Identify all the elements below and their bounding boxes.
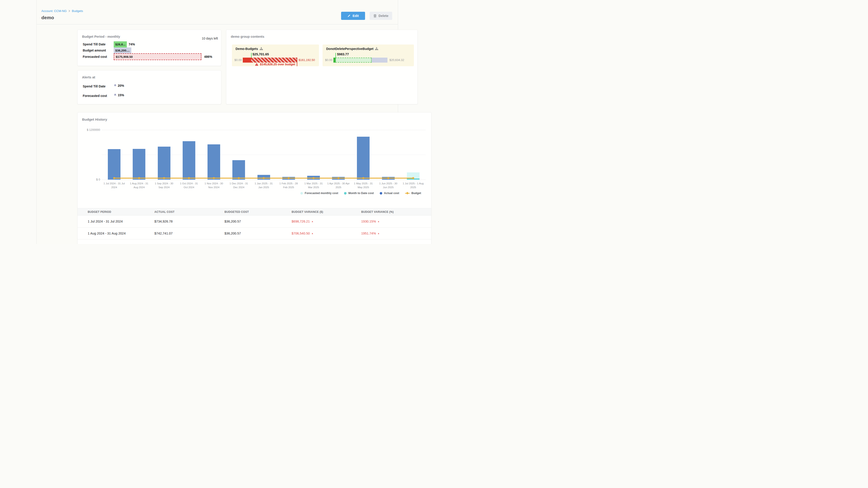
breadcrumb-budgets-link[interactable]: Budgets bbox=[72, 9, 83, 13]
cell-variance-pct: 1930.15%▲ bbox=[351, 220, 431, 223]
bar-actual-cost[interactable] bbox=[108, 149, 121, 180]
breadcrumb-account-link[interactable]: Account: CCM-NG bbox=[41, 9, 67, 13]
x-axis-label: 1 Apr 2025 - 30 Apr 2025 bbox=[327, 182, 350, 190]
spend-till-date-bar: $26,6... bbox=[114, 41, 127, 47]
content-panel: Account: CCM-NG Budgets demo Edit Delete… bbox=[36, 0, 398, 244]
legend-item-forecasted-monthly-cost[interactable]: Forecasted monthly cost bbox=[301, 192, 338, 195]
breadcrumb: Account: CCM-NG Budgets bbox=[41, 9, 83, 13]
delete-button-label: Delete bbox=[379, 14, 389, 18]
budget-card-demo-budgets[interactable]: Demo-Budgets $25,701.65 $0.00 $161,192.5… bbox=[232, 44, 319, 66]
bar-actual-cost[interactable] bbox=[208, 144, 220, 180]
budget-line-series bbox=[78, 112, 431, 185]
x-axis-label: 1 Jun 2025 - 30 Jun 2025 bbox=[377, 182, 400, 190]
spend-till-date-pct: 74% bbox=[129, 41, 135, 47]
hierarchy-icon bbox=[375, 47, 378, 51]
cell-variance-pct: 1951.74%▲ bbox=[351, 232, 431, 235]
up-triangle-icon: ▲ bbox=[311, 232, 313, 234]
budget-card-donotdelete[interactable]: DonotDeletePerspectiveBudget $983.77 $0.… bbox=[322, 44, 414, 66]
bar-month-to-date-cost[interactable] bbox=[407, 178, 420, 180]
bar-actual-cost[interactable] bbox=[257, 175, 270, 180]
forecasted-cost-bar: $175,908.50 bbox=[114, 53, 202, 60]
legend-label: Budget bbox=[411, 192, 421, 195]
forecasted-cost-label: Forecasted cost bbox=[83, 54, 107, 60]
budget-name: DonotDeletePerspectiveBudget bbox=[326, 47, 378, 51]
group-contents-card: demo group contents Demo-Budgets $25,701… bbox=[226, 30, 418, 104]
legend-item-month-to-date-cost[interactable]: Month to Date cost bbox=[344, 192, 374, 195]
delete-button[interactable]: Delete bbox=[370, 12, 392, 20]
bar-max-label: $161,192.50 bbox=[299, 58, 315, 63]
bar-actual-cost[interactable] bbox=[133, 149, 145, 180]
bar-max-label: $20,634.32 bbox=[390, 58, 404, 63]
cell-actual: $742,741.07 bbox=[144, 232, 214, 235]
x-axis-label: 1 Dec 2024 - 31 Dec 2024 bbox=[227, 182, 250, 190]
budget-history-title: Budget History bbox=[82, 118, 107, 122]
x-axis-label: 1 Mar 2025 - 31 Mar 2025 bbox=[302, 182, 325, 190]
bar-min-label: $0.00 bbox=[235, 58, 242, 63]
budget-name: Demo-Budgets bbox=[236, 47, 263, 51]
x-axis-label: 1 Aug 2024 - 31 Aug 2024 bbox=[128, 182, 150, 190]
x-axis-label: 1 May 2025 - 31 May 2025 bbox=[352, 182, 375, 190]
bell-icon bbox=[114, 94, 117, 97]
x-axis-label: 1 Feb 2025 - 28 Feb 2025 bbox=[277, 182, 300, 190]
bar-min-label: $0.00 bbox=[325, 58, 333, 63]
alert-spend-pct: 20% bbox=[118, 84, 124, 88]
up-triangle-icon: ▲ bbox=[377, 220, 379, 223]
table-row[interactable]: 1 Aug 2024 - 31 Aug 2024 $742,741.07 $36… bbox=[78, 228, 431, 239]
bar-actual-cost[interactable] bbox=[382, 177, 395, 180]
bar-actual-cost[interactable] bbox=[158, 147, 170, 180]
bell-icon bbox=[114, 84, 117, 87]
legend-label: Actual cost bbox=[384, 192, 399, 195]
alert-forecast-pct: 15% bbox=[118, 93, 124, 97]
legend-item-budget[interactable]: Budget bbox=[405, 192, 421, 195]
over-budget-row: $145,626.25 over budget bbox=[255, 63, 295, 66]
legend-dot-marker bbox=[301, 192, 303, 195]
bar-actual-cost[interactable] bbox=[282, 177, 295, 180]
x-axis-line bbox=[102, 180, 426, 180]
remaining-segment bbox=[372, 58, 388, 63]
x-axis-label: 1 Nov 2024 - 30 Nov 2024 bbox=[203, 182, 225, 190]
legend-label: Month to Date cost bbox=[348, 192, 374, 195]
page-header: Account: CCM-NG Budgets demo Edit Delete bbox=[37, 0, 398, 24]
budget-history-card: Budget History $ 1200000 $ 0 1 Jul 2024 … bbox=[77, 112, 432, 244]
over-budget-label: $145,626.25 over budget bbox=[260, 63, 295, 66]
table-row[interactable]: 1 Jul 2024 - 31 Jul 2024 $734,926.78 $36… bbox=[78, 216, 431, 228]
warning-icon bbox=[255, 63, 258, 66]
spent-segment bbox=[243, 58, 251, 63]
bar-actual-cost[interactable] bbox=[332, 177, 345, 180]
x-axis-label: 1 Oct 2024 - 31 Oct 2024 bbox=[178, 182, 200, 190]
legend-line-marker bbox=[405, 193, 410, 194]
x-axis-label: 1 Sep 2024 - 30 Sep 2024 bbox=[153, 182, 176, 190]
legend-dot-marker bbox=[380, 192, 382, 195]
chevron-right-icon bbox=[68, 10, 70, 12]
trash-icon bbox=[373, 14, 377, 18]
col-variance-pct: BUDGET VARIANCE (%) bbox=[351, 210, 431, 214]
table-header-row: BUDGET PERIOD ACTUAL COST BUDGETED COST … bbox=[78, 208, 431, 216]
budget-name-label: Demo-Budgets bbox=[236, 47, 258, 51]
spend-till-date-label: Spend Till Date bbox=[83, 41, 105, 47]
edit-button[interactable]: Edit bbox=[341, 12, 365, 20]
alerts-title: Alerts at bbox=[82, 75, 95, 79]
budget-limit-line bbox=[297, 58, 297, 66]
legend-item-actual-cost[interactable]: Actual cost bbox=[380, 192, 399, 195]
bar-actual-cost[interactable] bbox=[357, 137, 370, 180]
cell-actual: $734,926.78 bbox=[144, 220, 214, 223]
budget-spend-value: $983.77 bbox=[337, 53, 349, 56]
up-triangle-icon: ▲ bbox=[377, 232, 379, 234]
hierarchy-icon bbox=[260, 47, 263, 51]
budget-history-table: BUDGET PERIOD ACTUAL COST BUDGETED COST … bbox=[78, 208, 431, 239]
alert-spend-label: Spend Till Date bbox=[83, 85, 105, 88]
y-axis-zero-label: $ 0 bbox=[79, 178, 100, 181]
bar-actual-cost[interactable] bbox=[307, 176, 320, 180]
budget-amount-bar: $36,200.... bbox=[114, 47, 131, 54]
budget-period-card: Budget Period - monthly 10 days left Spe… bbox=[77, 30, 221, 66]
alert-spend-value: 20% bbox=[114, 84, 124, 88]
col-budgeted-cost: BUDGETED COST bbox=[214, 210, 281, 214]
bar-actual-cost[interactable] bbox=[232, 160, 245, 180]
alerts-card: Alerts at Spend Till Date 20% Forecasted… bbox=[77, 70, 221, 104]
budget-name-label: DonotDeletePerspectiveBudget bbox=[326, 47, 373, 51]
page-title: demo bbox=[41, 15, 54, 20]
legend-label: Forecasted monthly cost bbox=[305, 192, 338, 195]
edit-button-label: Edit bbox=[352, 14, 359, 18]
bar-actual-cost[interactable] bbox=[183, 141, 195, 180]
x-axis-label: 1 Jul 2024 - 31 Jul 2024 bbox=[103, 182, 125, 190]
